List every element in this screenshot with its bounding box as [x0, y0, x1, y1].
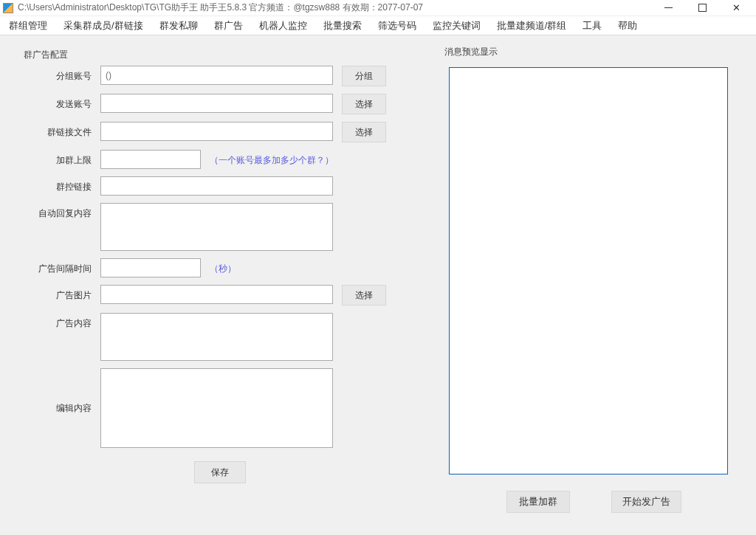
menu-bulk-create[interactable]: 批量建频道/群组	[495, 18, 568, 34]
menu-help[interactable]: 帮助	[616, 18, 639, 34]
button-bulk-join[interactable]: 批量加群	[506, 491, 570, 513]
menu-tools[interactable]: 工具	[581, 18, 603, 34]
button-select-group-link-file[interactable]: 选择	[342, 122, 386, 142]
input-group-ctrl-link[interactable]	[100, 176, 333, 196]
button-group[interactable]: 分组	[342, 66, 386, 86]
label-ad-interval: 广告间隔时间	[19, 258, 100, 275]
titlebar: C:\Users\Administrator\Desktop\TG\TG助手王 …	[0, 0, 756, 16]
hint-join-limit: （一个账号最多加多少个群？）	[210, 150, 334, 167]
textarea-auto-reply[interactable]	[100, 203, 333, 251]
button-select-send-account[interactable]: 选择	[342, 94, 386, 114]
menu-filter-numbers[interactable]: 筛选号码	[377, 18, 418, 34]
label-ad-content: 广告内容	[19, 313, 100, 330]
app-window: C:\Users\Administrator\Desktop\TG\TG助手王 …	[0, 0, 756, 535]
titlebar-text: C:\Users\Administrator\Desktop\TG\TG助手王 …	[18, 1, 423, 14]
label-group-account: 分组账号	[19, 66, 100, 83]
textarea-edit-content[interactable]	[100, 368, 333, 448]
content-area: 群广告配置 分组账号 分组 发送账号 选择	[0, 35, 756, 535]
input-join-limit[interactable]	[100, 150, 201, 169]
menu-bot-monitor[interactable]: 机器人监控	[258, 18, 309, 34]
label-auto-reply: 自动回复内容	[19, 203, 100, 220]
button-save[interactable]: 保存	[194, 461, 246, 483]
label-edit-content: 编辑内容	[19, 368, 100, 415]
menu-monitor-keywords[interactable]: 监控关键词	[431, 18, 482, 34]
label-send-account: 发送账号	[19, 94, 100, 111]
minimize-button[interactable]	[651, 0, 685, 16]
right-panel: 消息预览显示 批量加群 开始发广告	[444, 46, 743, 522]
hint-ad-interval: （秒）	[210, 258, 236, 275]
button-select-ad-image[interactable]: 选择	[342, 285, 386, 306]
label-group-link-file: 群链接文件	[19, 122, 100, 139]
preview-box	[449, 67, 728, 474]
menu-group-mgmt[interactable]: 群组管理	[7, 18, 49, 34]
button-start-ad[interactable]: 开始发广告	[611, 491, 681, 513]
label-ad-image: 广告图片	[19, 285, 100, 302]
input-ad-image[interactable]	[100, 285, 333, 304]
textarea-ad-content[interactable]	[100, 313, 333, 361]
app-icon	[3, 3, 13, 13]
input-group-link-file[interactable]	[100, 122, 333, 141]
maximize-button[interactable]	[685, 0, 719, 16]
label-group-ctrl-link: 群控链接	[19, 176, 100, 193]
menu-bulk-search[interactable]: 批量搜索	[322, 18, 363, 34]
close-button[interactable]: ✕	[719, 0, 753, 16]
input-group-account[interactable]	[100, 66, 333, 85]
menu-collect-members[interactable]: 采集群成员/群链接	[62, 18, 145, 34]
menu-group-ad[interactable]: 群广告	[213, 18, 244, 34]
menubar: 群组管理 采集群成员/群链接 群发私聊 群广告 机器人监控 批量搜索 筛选号码 …	[0, 16, 756, 35]
input-ad-interval[interactable]	[100, 258, 201, 277]
label-join-limit: 加群上限	[19, 150, 100, 167]
input-send-account[interactable]	[100, 94, 333, 113]
left-panel: 群广告配置 分组账号 分组 发送账号 选择	[13, 46, 427, 522]
group-config-title: 群广告配置	[24, 49, 437, 61]
menu-mass-private[interactable]: 群发私聊	[158, 18, 199, 34]
preview-title: 消息预览显示	[444, 46, 743, 58]
